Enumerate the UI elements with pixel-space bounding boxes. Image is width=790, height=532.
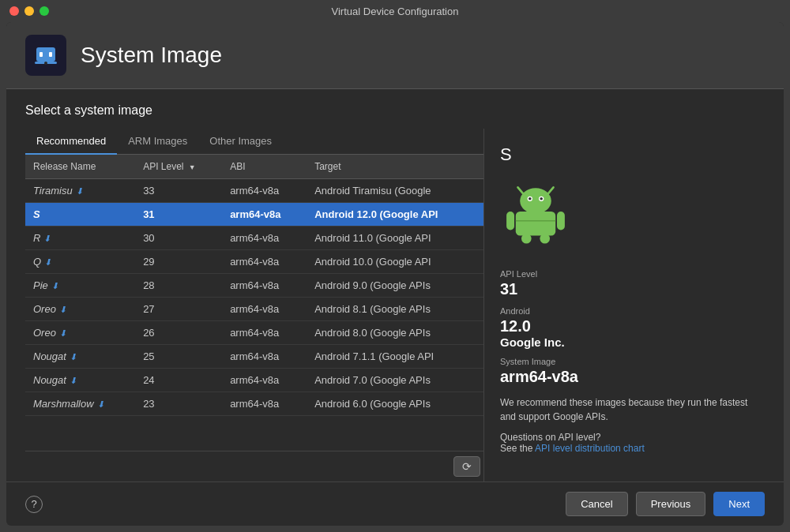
download-icon[interactable]: ⬇ [76,186,83,197]
footer-left: ? [25,496,43,513]
cell-api-level: 29 [135,250,222,274]
table-footer: ⟳ [25,451,483,481]
header: System Image [6,22,784,89]
table-header-row: Release Name API Level ▼ ABI [25,155,483,179]
cell-api-level: 28 [135,274,222,298]
images-table-container[interactable]: Release Name API Level ▼ ABI [25,155,483,451]
download-icon[interactable]: ⬇ [97,399,104,410]
cell-release-name: Nougat⬇ [25,345,135,369]
cell-abi: arm64-v8a [222,369,307,392]
cell-target: Android 8.0 (Google APIs [307,321,483,345]
api-level-value: 31 [500,280,749,298]
table-row[interactable]: Tiramisu⬇33arm64-v8aAndroid Tiramisu (Go… [25,179,483,203]
table-row[interactable]: Pie⬇28arm64-v8aAndroid 9.0 (Google APIs [25,274,483,298]
select-label: Select a system image [25,103,765,118]
cell-release-name: Oreo⬇ [25,298,135,321]
app-icon [25,35,66,76]
previous-button[interactable]: Previous [636,492,706,516]
table-row[interactable]: Oreo⬇27arm64-v8aAndroid 8.1 (Google APIs [25,298,483,321]
cell-target: Android Tiramisu (Google [307,179,483,203]
android-robot-image [500,176,749,250]
cell-release-name: Tiramisu⬇ [25,179,135,203]
cell-release-name: Oreo⬇ [25,321,135,345]
footer: ? Cancel Previous Next [6,481,784,526]
cell-api-level: 26 [135,321,222,345]
minimize-button[interactable] [24,6,34,16]
window-title: Virtual Device Configuration [332,6,459,17]
cell-abi: arm64-v8a [222,250,307,274]
cell-release-name: Marshmallow⬇ [25,392,135,416]
table-row[interactable]: Oreo⬇26arm64-v8aAndroid 8.0 (Google APIs [25,321,483,345]
cell-target: Android 8.1 (Google APIs [307,298,483,321]
system-image-value: arm64-v8a [500,368,749,386]
maximize-button[interactable] [40,6,49,16]
cell-target: Android 10.0 (Google API [307,250,483,274]
cell-api-level: 31 [135,203,222,227]
cell-api-level: 30 [135,227,222,250]
svg-rect-14 [506,212,514,230]
selected-image-title: S [500,144,749,165]
cell-api-level: 27 [135,298,222,321]
close-button[interactable] [9,6,19,16]
cell-target: Android 6.0 (Google APIs [307,392,483,416]
table-row[interactable]: Nougat⬇25arm64-v8aAndroid 7.1.1 (Google … [25,345,483,369]
sort-icon: ▼ [189,163,196,171]
download-icon[interactable]: ⬇ [44,257,51,268]
help-button[interactable]: ? [25,496,43,513]
cell-target: Android 7.0 (Google APIs [307,369,483,392]
cancel-button[interactable]: Cancel [566,492,627,516]
tab-arm-images[interactable]: ARM Images [117,129,198,155]
download-icon[interactable]: ⬇ [70,376,77,386]
cell-abi: arm64-v8a [222,179,307,203]
android-value: 12.0 [500,317,749,335]
next-button[interactable]: Next [713,492,765,516]
title-bar: Virtual Device Configuration [0,0,790,22]
cell-abi: arm64-v8a [222,227,307,250]
cell-abi: arm64-v8a [222,298,307,321]
cell-api-level: 23 [135,392,222,416]
cell-api-level: 25 [135,345,222,369]
cell-abi: arm64-v8a [222,274,307,298]
svg-rect-16 [521,234,532,244]
refresh-button[interactable]: ⟳ [453,456,480,477]
svg-point-11 [529,197,532,200]
col-api-level[interactable]: API Level ▼ [135,155,222,179]
download-icon[interactable]: ⬇ [51,281,58,291]
cell-abi: arm64-v8a [222,345,307,369]
cell-target: Android 9.0 (Google APIs [307,274,483,298]
svg-point-5 [44,62,47,65]
cell-release-name: R⬇ [25,227,135,250]
header-title: System Image [81,43,222,68]
table-row[interactable]: R⬇30arm64-v8aAndroid 11.0 (Google API [25,227,483,250]
col-release-name: Release Name [25,155,135,179]
table-row[interactable]: S31arm64-v8aAndroid 12.0 (Google API [25,203,483,227]
cell-abi: arm64-v8a [222,203,307,227]
body-area: Recommended ARM Images Other Images [25,129,765,481]
cell-target: Android 11.0 (Google API [307,227,483,250]
download-icon[interactable]: ⬇ [59,305,66,315]
cell-abi: arm64-v8a [222,321,307,345]
col-abi: ABI [222,155,307,179]
main-window: System Image Select a system image Recom… [6,22,784,526]
tab-recommended[interactable]: Recommended [25,129,117,155]
tab-other-images[interactable]: Other Images [198,129,283,155]
api-level-chart-link[interactable]: API level distribution chart [535,443,645,454]
svg-point-12 [540,197,543,200]
android-label: Android [500,306,749,316]
cell-release-name: Pie⬇ [25,274,135,298]
tabs-bar: Recommended ARM Images Other Images [25,129,483,155]
cell-release-name: Nougat⬇ [25,369,135,392]
description-text: We recommend these images because they r… [500,395,749,424]
table-row[interactable]: Q⬇29arm64-v8aAndroid 10.0 (Google API [25,250,483,274]
cell-api-level: 33 [135,179,222,203]
download-icon[interactable]: ⬇ [59,328,66,339]
table-row[interactable]: Marshmallow⬇23arm64-v8aAndroid 6.0 (Goog… [25,392,483,416]
svg-rect-17 [540,234,550,244]
table-row[interactable]: Nougat⬇24arm64-v8aAndroid 7.0 (Google AP… [25,369,483,392]
svg-rect-1 [36,47,55,62]
questions-text: Questions on API level? See the API leve… [500,432,749,454]
download-icon[interactable]: ⬇ [43,234,51,244]
images-table: Release Name API Level ▼ ABI [25,155,483,416]
cell-api-level: 24 [135,369,222,392]
download-icon[interactable]: ⬇ [70,352,77,362]
